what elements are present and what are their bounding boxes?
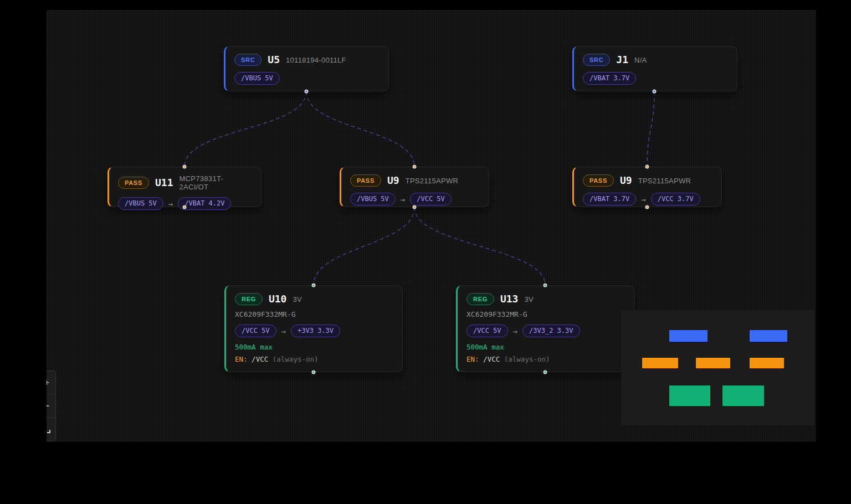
handle-source-u11[interactable] — [183, 205, 187, 209]
minimap-node-pass — [642, 358, 678, 368]
node-type-badge: PASS — [350, 174, 381, 187]
node-title: U5 — [268, 54, 280, 65]
flow-arrow-icon: → — [281, 327, 286, 336]
node-part-number: TPS2115APWR — [638, 177, 691, 185]
current-limit-label: 500mA max — [466, 343, 625, 351]
edge-u9a-u10[interactable] — [314, 207, 414, 285]
node-u9-right[interactable]: PASS U9 TPS2115APWR /VBAT 3.7V → /VCC 3.… — [572, 167, 722, 207]
minimap[interactable] — [621, 310, 814, 425]
minimap-node-reg — [669, 385, 710, 406]
handle-source-u9-right[interactable] — [645, 205, 649, 209]
node-title: U13 — [500, 294, 519, 305]
node-part-number: XC6209F332MR-G — [235, 310, 393, 318]
flow-arrow-icon: → — [641, 195, 645, 204]
net-pill-output: /VBUS 5V — [234, 72, 280, 85]
zoom-out-icon: − — [47, 400, 49, 411]
node-part-number: MCP73831T-2ACI/OT — [179, 174, 252, 191]
node-part-number: N/A — [634, 56, 647, 64]
zoom-in-icon: + — [47, 377, 49, 388]
handle-target-u9-right[interactable] — [645, 165, 649, 169]
zoom-in-button[interactable]: + — [47, 371, 55, 394]
node-title: U9 — [620, 175, 632, 186]
minimap-node-pass — [696, 358, 730, 368]
flow-arrow-icon: → — [401, 195, 405, 204]
node-voltage-label: 3V — [524, 295, 534, 304]
current-limit-label: 500mA max — [235, 343, 393, 351]
node-type-badge: REG — [235, 293, 263, 305]
net-pill-output: /VCC 5V — [410, 193, 452, 205]
node-u11[interactable]: PASS U11 MCP73831T-2ACI/OT /VBUS 5V → /V… — [107, 167, 262, 207]
node-part-number: XC6209F332MR-G — [466, 310, 625, 318]
minimap-node-src — [750, 330, 787, 342]
node-u13[interactable]: REG U13 3V XC6209F332MR-G /VCC 5V → /3V3… — [456, 285, 634, 372]
handle-source-u9-mid[interactable] — [413, 205, 417, 209]
edge-u5-u9a[interactable] — [306, 91, 414, 167]
node-u5[interactable]: SRC U5 10118194-0011LF /VBUS 5V — [224, 46, 389, 91]
node-type-badge: REG — [466, 293, 494, 305]
handle-target-u9-mid[interactable] — [413, 165, 417, 169]
net-pill-input: /VBUS 5V — [118, 197, 163, 210]
enable-line: EN: /VCC (always-on) — [466, 355, 625, 363]
node-title: U9 — [387, 175, 399, 186]
net-pill-input: /VCC 5V — [466, 325, 508, 337]
net-pill-input: /VBAT 3.7V — [583, 193, 636, 205]
node-type-badge: SRC — [234, 54, 262, 66]
handle-target-u10[interactable] — [312, 284, 316, 287]
enable-note: (always-on) — [273, 355, 319, 363]
node-title: J1 — [616, 54, 628, 65]
edge-u5-u11[interactable] — [184, 91, 306, 167]
enable-note: (always-on) — [504, 355, 550, 363]
handle-source-j1[interactable] — [653, 90, 657, 94]
node-u10[interactable]: REG U10 3V XC6209F332MR-G /VCC 5V → +3V3… — [224, 285, 403, 372]
net-pill-output: /3V3_2 3.3V — [522, 325, 580, 337]
minimap-node-src — [669, 330, 708, 342]
minimap-node-reg — [722, 385, 764, 406]
node-voltage-label: 3V — [293, 295, 302, 304]
node-type-badge: SRC — [583, 54, 610, 66]
node-title: U10 — [269, 294, 287, 305]
net-pill-output: /VCC 3.7V — [651, 193, 700, 205]
net-pill-output: /VBAT 3.7V — [583, 72, 636, 85]
handle-source-u10[interactable] — [312, 371, 316, 374]
node-title: U11 — [155, 177, 173, 188]
flow-canvas[interactable]: SRC U5 10118194-0011LF /VBUS 5V SRC J1 N… — [47, 10, 816, 441]
node-part-number: 10118194-0011LF — [286, 56, 346, 64]
node-type-badge: PASS — [118, 177, 149, 189]
fit-view-icon — [47, 426, 50, 433]
handle-source-u13[interactable] — [544, 371, 547, 374]
enable-line: EN: /VCC (always-on) — [235, 355, 393, 363]
enable-net: /VCC — [483, 355, 500, 363]
edge-j1-u9b[interactable] — [647, 91, 654, 167]
handle-target-u13[interactable] — [544, 284, 547, 287]
handle-source-u5[interactable] — [305, 90, 309, 94]
node-j1[interactable]: SRC J1 N/A /VBAT 3.7V — [572, 46, 737, 91]
net-pill-input: /VCC 5V — [235, 325, 276, 337]
enable-label: EN: — [235, 355, 248, 363]
handle-target-u11[interactable] — [183, 165, 187, 169]
net-pill-output: +3V3 3.3V — [291, 325, 340, 337]
flow-arrow-icon: → — [513, 327, 517, 336]
zoom-out-button[interactable]: − — [47, 394, 55, 418]
node-type-badge: PASS — [583, 174, 614, 187]
net-pill-input: /VBUS 5V — [350, 193, 396, 205]
enable-label: EN: — [466, 355, 479, 363]
node-u9-mid[interactable]: PASS U9 TPS2115APWR /VBUS 5V → /VCC 5V — [340, 167, 489, 207]
minimap-node-pass — [750, 358, 784, 368]
edge-u9a-u13[interactable] — [414, 207, 545, 285]
fit-view-button[interactable] — [47, 418, 55, 441]
enable-net: /VCC — [252, 355, 268, 363]
flow-arrow-icon: → — [168, 199, 173, 208]
node-part-number: TPS2115APWR — [406, 177, 459, 185]
canvas-controls: + − — [47, 371, 56, 441]
